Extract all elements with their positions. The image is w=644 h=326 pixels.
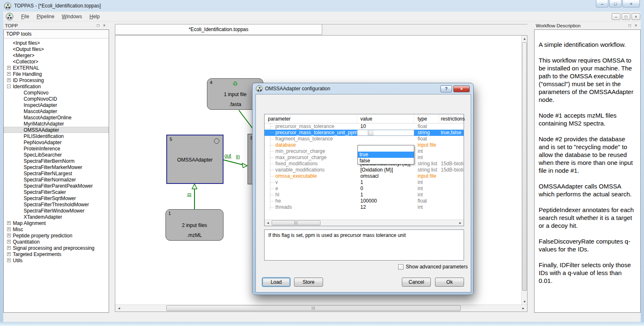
menu-file[interactable]: File <box>17 12 33 21</box>
canvas-hscroll-thumb[interactable] <box>166 305 461 311</box>
dropdown-option-true[interactable]: true <box>358 152 414 158</box>
tree-expander-icon[interactable]: + <box>7 246 11 250</box>
tree-item-myrimatchadapter[interactable]: MyriMatchAdapter <box>4 121 109 127</box>
tree-item-speclibsearcher[interactable]: SpecLibSearcher <box>4 152 109 158</box>
tree-item-spectrafilterbernnorm[interactable]: SpectraFilterBernNorm <box>4 158 109 164</box>
value-dropdown-popup[interactable]: truefalse <box>357 145 414 164</box>
param-row-e[interactable]: e0int <box>265 186 464 192</box>
tree-item-map-alignment[interactable]: +Map Alignment <box>4 220 109 226</box>
store-button[interactable]: Store <box>294 278 323 287</box>
tree-item-external[interactable]: +EXTERNAL <box>4 65 109 71</box>
tree-item-spectrafilternlargest[interactable]: SpectraFilterNLargest <box>4 170 109 176</box>
scroll-down-icon[interactable]: ▼ <box>522 300 527 304</box>
canvas-vscroll-thumb[interactable] <box>522 42 527 291</box>
restore-button[interactable]: □ <box>609 0 622 7</box>
dock-close-button[interactable]: × <box>101 23 107 29</box>
tree-item-spectrafilterparentpeakmower[interactable]: SpectraFilterParentPeakMower <box>4 183 109 189</box>
scroll-left-icon[interactable]: ◄ <box>116 307 122 310</box>
tree-item-spectrafiltermarkermower[interactable]: SpectraFilterMarkerMower <box>4 164 109 170</box>
param-row-v[interactable]: v1int <box>265 179 464 186</box>
param-row-variable_modifications[interactable]: variable_modifications[Oxidation (M)]str… <box>265 167 464 173</box>
minimize-button[interactable]: – <box>596 0 608 7</box>
tree-expander-icon[interactable]: + <box>7 227 11 231</box>
scroll-right-icon[interactable]: ► <box>520 307 526 310</box>
column-value[interactable]: value <box>357 114 414 123</box>
tree-expander-icon[interactable]: + <box>7 258 11 262</box>
tree-expander-icon[interactable]: + <box>7 221 11 225</box>
menu-help[interactable]: Help <box>86 12 104 21</box>
tab-ecoli-identification[interactable]: *Ecoli_Identification.toppas <box>115 24 322 35</box>
canvas-vertical-scrollbar[interactable]: ▲ ▼ <box>521 36 527 305</box>
param-row-fragment_mass_tolerance[interactable]: fragment_mass_tolerancefloat <box>265 136 464 142</box>
tree-item-xtandemadapter[interactable]: XTandemAdapter <box>4 214 109 220</box>
tree-expander-icon[interactable]: + <box>7 66 11 70</box>
tree-item--input-files-[interactable]: <Input files> <box>4 40 109 46</box>
tree-item-pepnovoadapter[interactable]: PepNovoAdapter <box>4 139 109 145</box>
tree-item-utils[interactable]: +Utils <box>4 257 109 263</box>
canvas-horizontal-scrollbar[interactable]: ◄ ► <box>115 304 527 312</box>
tree-item-spectrafilterthresholdmower[interactable]: SpectraFilterThresholdMower <box>4 201 109 208</box>
tree-item-compnovocid[interactable]: CompNovoCID <box>4 96 109 102</box>
tree-item-quantitation[interactable]: +Quantitation <box>4 239 109 245</box>
close-button[interactable]: × <box>622 0 640 7</box>
tree-item-id-processing[interactable]: +ID Processing <box>4 77 109 83</box>
tree-item-inspectadapter[interactable]: InspectAdapter <box>4 102 109 108</box>
param-row-precursor_mass_tolerance[interactable]: precursor_mass_tolerance10float <box>265 123 464 130</box>
tree-item-mascotadapteronline[interactable]: MascotAdapterOnline <box>4 114 109 121</box>
tree-expander-icon[interactable]: + <box>7 240 11 244</box>
dropdown-option-empty[interactable] <box>358 145 414 152</box>
tree-expander-icon[interactable]: + <box>7 78 11 82</box>
tree-item-spectrafilternormalizer[interactable]: SpectraFilterNormalizer <box>4 176 109 183</box>
dock-close-button[interactable]: × <box>633 23 639 29</box>
title-bar[interactable]: TOPPAS - [*Ecoli_Identification.toppas] … <box>0 0 644 12</box>
menu-windows[interactable]: Windows <box>58 12 86 21</box>
combobox-arrow-icon[interactable]: ▼ <box>368 130 374 135</box>
param-row-omssa_executable[interactable]: omssa_executableomssaclinput file <box>265 173 464 179</box>
dock-float-button[interactable]: □ <box>627 23 633 29</box>
column-type[interactable]: type <box>414 114 439 123</box>
ok-button[interactable]: Ok <box>435 278 464 287</box>
mdi-minimize-button[interactable]: – <box>612 13 620 20</box>
node-input-mzml[interactable]: 1 2 input files .mzML <box>165 209 224 241</box>
tree-item-pilisidentification[interactable]: PILISIdentification <box>4 133 109 139</box>
tree-item-misc[interactable]: +Misc <box>4 226 109 232</box>
menu-pipeline[interactable]: Pipeline <box>33 12 58 21</box>
mdi-restore-button[interactable]: □ <box>622 13 630 20</box>
param-row-hl[interactable]: hl1int <box>265 192 464 198</box>
column-parameter[interactable]: parameter <box>265 114 357 123</box>
tree-item--collector-[interactable]: <Collector> <box>4 58 109 65</box>
load-button[interactable]: Load <box>262 278 290 287</box>
tree-item-signal-processing-and-preprocessing[interactable]: +Signal processing and preprocessing <box>4 245 109 251</box>
scroll-up-icon[interactable]: ▲ <box>522 37 527 41</box>
value-combobox[interactable]: true▼ <box>357 130 414 136</box>
tree-item--output-files-[interactable]: <Output files> <box>4 46 109 52</box>
tree-item-mascotadapter[interactable]: MascotAdapter <box>4 108 109 114</box>
dock-float-button[interactable]: □ <box>95 23 101 29</box>
tree-expander-icon[interactable]: - <box>7 85 11 88</box>
tree-item-compnovo[interactable]: CompNovo <box>4 89 109 96</box>
tree-item-spectrafilterwindowmower[interactable]: SpectraFilterWindowMower <box>4 208 109 214</box>
cancel-button[interactable]: Cancel <box>402 278 431 287</box>
param-row-he[interactable]: he100000float <box>265 198 464 204</box>
table-hscroll-thumb[interactable] <box>272 220 321 225</box>
tree-item-spectrafiltersqrtmower[interactable]: SpectraFilterSqrtMower <box>4 195 109 201</box>
dropdown-option-false[interactable]: false <box>358 158 414 164</box>
column-restrictions[interactable]: restrictions <box>439 114 464 123</box>
tree-item-identification[interactable]: -Identification <box>4 83 109 89</box>
scroll-left-icon[interactable]: ◄ <box>265 221 270 225</box>
table-horizontal-scrollbar[interactable]: ◄ ► <box>265 220 464 226</box>
show-advanced-checkbox[interactable] <box>398 264 403 270</box>
param-row-precursor_mass_tolerance_unit_ppm[interactable]: precursor_mass_tolerance_unit_ppmtrue▼st… <box>265 130 464 136</box>
tree-item--merger-[interactable]: <Merger> <box>4 52 109 58</box>
param-row-threads[interactable]: threads12int <box>265 204 464 210</box>
node-omssaadapter[interactable]: 5 OMSSAAdapter <box>166 135 224 184</box>
dialog-title-bar[interactable]: OMSSAAdapter configuration ? × <box>253 83 473 94</box>
tree-item-peptide-property-prediction[interactable]: +Peptide property prediction <box>4 232 109 239</box>
tree-expander-icon[interactable]: + <box>7 252 11 256</box>
scroll-right-icon[interactable]: ► <box>458 221 463 225</box>
tree-item-file-handling[interactable]: +File Handling <box>4 71 109 77</box>
tree-expander-icon[interactable]: + <box>7 234 11 237</box>
dialog-close-button[interactable]: × <box>453 85 470 92</box>
mdi-close-button[interactable]: × <box>632 13 640 20</box>
tree-item-proteininference[interactable]: ProteinInference <box>4 145 109 152</box>
